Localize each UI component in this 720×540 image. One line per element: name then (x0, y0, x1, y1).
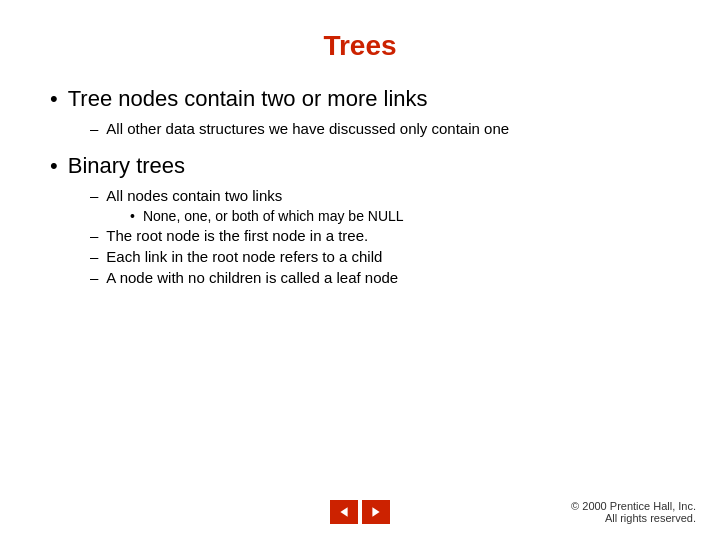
bullet-2-sub-4-text: A node with no children is called a leaf… (106, 269, 398, 286)
bullet-2-sub-2-text: The root node is the first node in a tre… (106, 227, 368, 244)
bullet-1-sub-1: – All other data structures we have disc… (90, 120, 670, 137)
bullet-1-sub-items: – All other data structures we have disc… (90, 120, 670, 137)
bullet-2-sub-2: – The root node is the first node in a t… (90, 227, 670, 244)
bullet-2-sub-3-text: Each link in the root node refers to a c… (106, 248, 382, 265)
bullet-2-subsub-1: • None, one, or both of which may be NUL… (130, 208, 670, 224)
prev-icon (338, 506, 350, 518)
bullet-1-main: • Tree nodes contain two or more links (50, 86, 670, 112)
slide: Trees • Tree nodes contain two or more l… (0, 0, 720, 540)
bullet-2-sub-items: – All nodes contain two links • None, on… (90, 187, 670, 286)
bullet-1-sub-1-text: All other data structures we have discus… (106, 120, 509, 137)
prev-button[interactable] (330, 500, 358, 524)
bullet-1-dot: • (50, 86, 58, 112)
svg-marker-1 (372, 507, 379, 517)
bullet-2-subsub-1-dot: • (130, 208, 135, 224)
bullet-2-section: • Binary trees – All nodes contain two l… (50, 153, 670, 286)
footer-line-2: All rights reserved. (571, 512, 696, 524)
bullet-2-sub-4: – A node with no children is called a le… (90, 269, 670, 286)
bullet-2-sub-1-dash: – (90, 187, 98, 204)
next-button[interactable] (362, 500, 390, 524)
bullet-2-text: Binary trees (68, 153, 185, 179)
bullet-2-main: • Binary trees (50, 153, 670, 179)
bullet-2-sub-2-dash: – (90, 227, 98, 244)
bullet-2-subsub-items: • None, one, or both of which may be NUL… (130, 208, 670, 224)
bullet-2-sub-1: – All nodes contain two links (90, 187, 670, 204)
bullet-2-dot: • (50, 153, 58, 179)
bullet-2-sub-3-dash: – (90, 248, 98, 265)
bullet-2-subsub-1-text: None, one, or both of which may be NULL (143, 208, 404, 224)
bullet-1-section: • Tree nodes contain two or more links –… (50, 86, 670, 137)
bullet-1-text: Tree nodes contain two or more links (68, 86, 428, 112)
bullet-2-sub-4-dash: – (90, 269, 98, 286)
slide-title: Trees (50, 30, 670, 62)
bullet-2-sub-1-text: All nodes contain two links (106, 187, 282, 204)
next-icon (370, 506, 382, 518)
bullet-1-sub-1-dash: – (90, 120, 98, 137)
footer: © 2000 Prentice Hall, Inc. All rights re… (571, 500, 696, 524)
footer-line-1: © 2000 Prentice Hall, Inc. (571, 500, 696, 512)
svg-marker-0 (340, 507, 347, 517)
nav-buttons (330, 500, 390, 524)
bullet-2-sub-3: – Each link in the root node refers to a… (90, 248, 670, 265)
